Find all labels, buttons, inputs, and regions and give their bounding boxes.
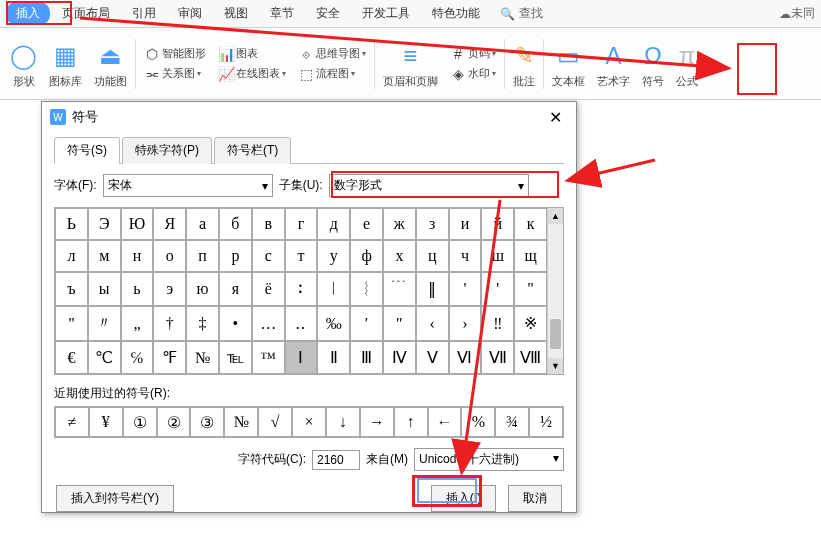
symbol-cell[interactable]: ч: [449, 240, 482, 272]
vertical-scrollbar[interactable]: ▲ ▼: [547, 208, 563, 374]
recent-symbol-cell[interactable]: ②: [157, 407, 191, 437]
symbol-cell[interactable]: п: [186, 240, 219, 272]
scroll-thumb[interactable]: [550, 319, 561, 349]
tab-special[interactable]: 特殊字符(P): [122, 137, 212, 164]
symbol-cell[interactable]: Ю: [121, 208, 154, 240]
ribbon-textbox[interactable]: ▭ 文本框: [546, 28, 591, 99]
symbol-cell[interactable]: з: [416, 208, 449, 240]
cancel-button[interactable]: 取消: [508, 485, 562, 512]
ribbon-funcimg[interactable]: ⏏ 功能图: [88, 28, 133, 99]
symbol-cell[interactable]: у: [317, 240, 350, 272]
ribbon-chart[interactable]: 📊图表: [216, 45, 288, 63]
recent-symbol-cell[interactable]: →: [360, 407, 394, 437]
ribbon-headerfooter[interactable]: ≡ 页眉和页脚: [377, 28, 444, 99]
menu-sections[interactable]: 章节: [260, 2, 304, 25]
symbol-cell[interactable]: ‡: [186, 306, 219, 341]
symbol-cell[interactable]: ю: [186, 272, 219, 307]
menu-view[interactable]: 视图: [214, 2, 258, 25]
scroll-up-button[interactable]: ▲: [548, 208, 563, 224]
recent-symbol-cell[interactable]: ↑: [394, 407, 428, 437]
symbol-cell[interactable]: Ⅶ: [481, 341, 514, 374]
symbol-cell[interactable]: м: [88, 240, 121, 272]
symbol-cell[interactable]: „: [121, 306, 154, 341]
symbol-cell[interactable]: Э: [88, 208, 121, 240]
symbol-cell[interactable]: ъ: [55, 272, 88, 307]
ribbon-symbol[interactable]: Ω 符号: [636, 28, 670, 99]
insert-button[interactable]: 插入(I): [431, 485, 496, 512]
symbol-cell[interactable]: а: [186, 208, 219, 240]
recent-symbol-cell[interactable]: ①: [123, 407, 157, 437]
symbol-cell[interactable]: ф: [350, 240, 383, 272]
recent-symbol-cell[interactable]: №: [224, 407, 258, 437]
symbol-cell[interactable]: ‰: [317, 306, 350, 341]
menu-devtools[interactable]: 开发工具: [352, 2, 420, 25]
symbol-cell[interactable]: т: [285, 240, 318, 272]
recent-symbol-cell[interactable]: ③: [190, 407, 224, 437]
symbol-cell[interactable]: ℉: [153, 341, 186, 374]
scroll-down-button[interactable]: ▼: [548, 358, 563, 374]
tab-bar[interactable]: 符号栏(T): [214, 137, 291, 164]
symbol-cell[interactable]: ‼: [481, 306, 514, 341]
symbol-cell[interactable]: я: [219, 272, 252, 307]
symbol-cell[interactable]: Я: [153, 208, 186, 240]
insert-to-bar-button[interactable]: 插入到符号栏(Y): [56, 485, 174, 512]
symbol-cell[interactable]: ': [449, 272, 482, 307]
symbol-cell[interactable]: ︳: [317, 272, 350, 307]
symbol-cell[interactable]: щ: [514, 240, 547, 272]
symbol-cell[interactable]: ы: [88, 272, 121, 307]
recent-symbol-cell[interactable]: %: [461, 407, 495, 437]
ribbon-pagenum[interactable]: #页码▾: [448, 45, 498, 63]
ribbon-smart[interactable]: ⬡智能图形: [142, 45, 208, 63]
symbol-cell[interactable]: ︰: [285, 272, 318, 307]
symbol-cell[interactable]: ︴: [350, 272, 383, 307]
symbol-cell[interactable]: ′: [350, 306, 383, 341]
recent-symbol-cell[interactable]: ≠: [55, 407, 89, 437]
symbol-cell[interactable]: Ⅰ: [285, 341, 318, 374]
menu-security[interactable]: 安全: [306, 2, 350, 25]
symbol-cell[interactable]: Ⅱ: [317, 341, 350, 374]
menu-pagelayout[interactable]: 页面布局: [52, 2, 120, 25]
close-button[interactable]: ✕: [543, 108, 568, 127]
ribbon-formula[interactable]: π 公式: [670, 28, 704, 99]
symbol-cell[interactable]: ℃: [88, 341, 121, 374]
menu-insert[interactable]: 插入: [6, 2, 50, 25]
symbol-cell[interactable]: €: [55, 341, 88, 374]
symbol-cell[interactable]: ﹉: [383, 272, 416, 307]
ribbon-wordart[interactable]: A 艺术字: [591, 28, 636, 99]
symbol-cell[interactable]: р: [219, 240, 252, 272]
symbol-cell[interactable]: э: [153, 272, 186, 307]
symbol-cell[interactable]: Ⅵ: [449, 341, 482, 374]
subset-select[interactable]: 数字形式 ▾: [329, 174, 529, 197]
symbol-cell[interactable]: Ⅷ: [514, 341, 547, 374]
symbol-cell[interactable]: й: [481, 208, 514, 240]
symbol-cell[interactable]: е: [350, 208, 383, 240]
scroll-track[interactable]: [548, 224, 563, 358]
symbol-cell[interactable]: ″: [383, 306, 416, 341]
symbol-cell[interactable]: №: [186, 341, 219, 374]
symbol-cell[interactable]: ℡: [219, 341, 252, 374]
symbol-cell[interactable]: ь: [121, 272, 154, 307]
recent-symbol-cell[interactable]: ←: [428, 407, 462, 437]
symbol-cell[interactable]: …: [252, 306, 285, 341]
ribbon-iconlib[interactable]: ▦ 图标库: [43, 28, 88, 99]
recent-symbol-cell[interactable]: ¾: [495, 407, 529, 437]
symbol-cell[interactable]: д: [317, 208, 350, 240]
symbol-cell[interactable]: л: [55, 240, 88, 272]
menu-references[interactable]: 引用: [122, 2, 166, 25]
symbol-cell[interactable]: с: [252, 240, 285, 272]
symbol-cell[interactable]: ™: [252, 341, 285, 374]
symbol-cell[interactable]: ц: [416, 240, 449, 272]
symbol-cell[interactable]: ℅: [121, 341, 154, 374]
recent-symbol-cell[interactable]: ↓: [326, 407, 360, 437]
menu-features[interactable]: 特色功能: [422, 2, 490, 25]
symbol-cell[interactable]: х: [383, 240, 416, 272]
symbol-cell[interactable]: г: [285, 208, 318, 240]
symbol-cell[interactable]: Ⅳ: [383, 341, 416, 374]
symbol-cell[interactable]: ※: [514, 306, 547, 341]
symbol-cell[interactable]: и: [449, 208, 482, 240]
recent-symbol-cell[interactable]: ×: [292, 407, 326, 437]
ribbon-relation[interactable]: ⫘关系图▾: [142, 65, 208, 83]
ribbon-shape[interactable]: ◯ 形状: [4, 28, 43, 99]
symbol-cell[interactable]: Ь: [55, 208, 88, 240]
symbol-cell[interactable]: ›: [449, 306, 482, 341]
